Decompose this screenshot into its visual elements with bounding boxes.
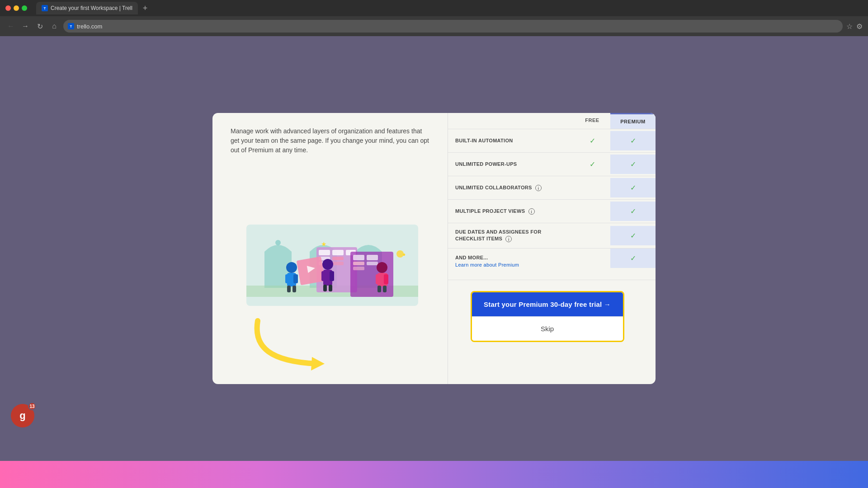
feature-comparison-table: FREE PREMIUM BUILT-IN AUTOMATION ✓ ✓ UNL — [448, 113, 656, 384]
modal-card: Manage work with advanced layers of orga… — [212, 113, 656, 384]
svg-rect-30 — [323, 285, 327, 291]
svg-rect-14 — [367, 255, 378, 260]
table-row: MULTIPLE PROJECT VIEWS i ✓ — [448, 199, 656, 223]
info-icon[interactable]: i — [505, 236, 512, 242]
nav-bar: ← → ↻ ⌂ T trello.com ☆ ⚙ — [0, 16, 868, 36]
reload-button[interactable]: ↻ — [34, 21, 45, 32]
svg-rect-29 — [330, 271, 334, 281]
modal-left-section: Manage work with advanced layers of orga… — [212, 113, 448, 384]
info-icon[interactable]: i — [528, 208, 535, 215]
table-row: UNLIMITED COLLABORATORS i ✓ — [448, 176, 656, 199]
svg-rect-31 — [329, 285, 332, 291]
workspace-illustration: ★ ● — [242, 216, 423, 315]
svg-rect-37 — [383, 286, 387, 292]
svg-rect-13 — [353, 267, 364, 270]
svg-rect-11 — [353, 255, 364, 260]
svg-point-20 — [286, 262, 297, 273]
learn-more-link[interactable]: Learn more about Premium — [455, 262, 567, 267]
back-button[interactable]: ← — [5, 21, 16, 32]
close-button[interactable] — [5, 5, 11, 11]
address-text: trello.com — [77, 23, 102, 30]
modal-description: Manage work with advanced layers of orga… — [231, 127, 429, 155]
table-row: UNLIMITED POWER-UPS ✓ ✓ — [448, 152, 656, 176]
traffic-lights — [5, 5, 27, 11]
tab-bar: T Create your first Workspace | Trell + — [36, 2, 151, 14]
title-bar: T Create your first Workspace | Trell + — [0, 0, 868, 16]
col-free-header: FREE — [574, 113, 610, 129]
svg-point-39 — [275, 240, 281, 245]
cta-area: Start your Premium 30-day free trial → S… — [448, 280, 656, 353]
feature-name: UNLIMITED POWER-UPS — [448, 155, 574, 173]
modal-body: Manage work with advanced layers of orga… — [212, 113, 656, 384]
user-avatar[interactable]: g 13 — [11, 404, 36, 429]
page-content: Manage work with advanced layers of orga… — [0, 36, 868, 461]
tab-title: Create your first Workspace | Trell — [51, 5, 132, 11]
tab-favicon-icon: T — [42, 5, 48, 11]
free-check-4 — [574, 206, 610, 217]
nav-right-icons: ☆ ⚙ — [846, 22, 863, 31]
col-premium-header: PREMIUM — [610, 113, 656, 129]
free-check-2: ✓ — [574, 155, 610, 174]
feature-col-name-header — [448, 113, 574, 129]
svg-rect-24 — [287, 286, 291, 292]
table-header: FREE PREMIUM — [448, 113, 656, 129]
svg-rect-34 — [376, 274, 380, 284]
svg-rect-3 — [319, 250, 330, 255]
browser-window: T Create your first Workspace | Trell + … — [0, 0, 868, 461]
svg-rect-28 — [321, 271, 326, 281]
minimize-button[interactable] — [14, 5, 19, 11]
free-check-5 — [574, 230, 610, 241]
svg-rect-25 — [292, 286, 296, 292]
premium-check-more: ✓ — [610, 249, 656, 268]
info-icon[interactable]: i — [535, 185, 542, 191]
premium-check-3: ✓ — [610, 178, 656, 197]
premium-check-5: ✓ — [610, 226, 656, 245]
start-premium-trial-button[interactable]: Start your Premium 30-day free trial → — [472, 292, 623, 316]
active-tab[interactable]: T Create your first Workspace | Trell — [36, 2, 138, 14]
svg-point-38 — [396, 250, 404, 258]
extensions-icon[interactable]: ⚙ — [856, 22, 863, 31]
illustration-area: ★ ● — [231, 164, 434, 366]
avatar-circle: g 13 — [11, 404, 34, 427]
svg-rect-15 — [367, 262, 378, 265]
svg-rect-6 — [332, 250, 344, 255]
and-more-text: AND MORE... Learn more about Premium — [448, 249, 574, 274]
and-more-label: AND MORE... — [455, 255, 488, 260]
feature-name: BUILT-IN AUTOMATION — [448, 132, 574, 150]
new-tab-button[interactable]: + — [140, 3, 151, 14]
svg-rect-8 — [332, 262, 344, 265]
address-bar[interactable]: T trello.com — [63, 20, 843, 33]
svg-rect-22 — [285, 274, 290, 283]
table-row: BUILT-IN AUTOMATION ✓ ✓ — [448, 129, 656, 152]
bottom-gradient-bar — [0, 461, 868, 488]
free-check-1: ✓ — [574, 131, 610, 150]
svg-rect-12 — [353, 262, 364, 265]
feature-name: MULTIPLE PROJECT VIEWS i — [448, 202, 574, 220]
maximize-button[interactable] — [22, 5, 27, 11]
cta-highlight-box: Start your Premium 30-day free trial → S… — [471, 291, 624, 342]
premium-check-1: ✓ — [610, 131, 656, 150]
svg-point-26 — [322, 259, 333, 270]
svg-rect-23 — [293, 274, 298, 283]
svg-marker-40 — [311, 357, 325, 371]
free-check-3 — [574, 183, 610, 193]
svg-text:★: ★ — [321, 240, 327, 248]
notification-badge: 13 — [28, 402, 36, 410]
home-button[interactable]: ⌂ — [49, 21, 60, 32]
free-check-more — [574, 249, 610, 259]
forward-button[interactable]: → — [20, 21, 31, 32]
skip-button[interactable]: Skip — [472, 316, 623, 341]
and-more-row: AND MORE... Learn more about Premium ✓ — [448, 248, 656, 280]
svg-rect-7 — [332, 257, 344, 260]
premium-check-2: ✓ — [610, 155, 656, 174]
svg-rect-36 — [377, 286, 381, 292]
bookmark-icon[interactable]: ☆ — [846, 22, 853, 31]
avatar-letter: g — [19, 410, 25, 422]
svg-point-32 — [377, 262, 387, 273]
table-row: DUE DATES AND ASSIGNEES FOR CHECKLIST IT… — [448, 223, 656, 248]
yellow-arrow — [244, 312, 344, 375]
address-favicon-icon: T — [68, 23, 74, 29]
svg-rect-35 — [384, 274, 388, 284]
feature-name: UNLIMITED COLLABORATORS i — [448, 179, 574, 197]
feature-name: DUE DATES AND ASSIGNEES FOR CHECKLIST IT… — [448, 223, 574, 248]
